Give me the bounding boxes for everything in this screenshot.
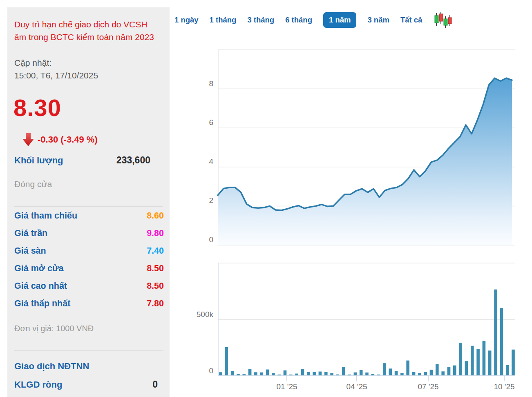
price-chart[interactable]: 02468	[170, 41, 532, 253]
stock-detail-widget: Duy trì hạn chế giao dịch do VCSH âm tro…	[0, 0, 532, 397]
x-axis-label: 10 '25	[494, 382, 514, 391]
x-axis-label: 04 '25	[346, 382, 367, 391]
price-level-label: Giá thấp nhất	[14, 299, 70, 309]
volume-bar	[336, 375, 340, 375]
volume-bar	[277, 375, 281, 375]
net-volume-row: KLGD ròng 0	[14, 379, 164, 390]
volume-bar	[436, 364, 439, 375]
price-level-value: 8.60	[147, 211, 164, 221]
volume-bar	[500, 308, 503, 375]
volume-bar	[225, 347, 228, 375]
price-level-row: Giá tham chiếu8.60	[14, 211, 164, 228]
volume-chart[interactable]: 500k001 '2504 '2507 '2510 '25	[170, 253, 532, 397]
price-level-label: Giá tham chiếu	[14, 211, 77, 221]
volume-bar	[260, 372, 263, 375]
volume-bar	[494, 290, 497, 375]
volume-bar	[248, 369, 252, 375]
price-level-row: Giá cao nhất8.50	[14, 281, 164, 299]
x-axis-label: 07 '25	[418, 382, 438, 391]
volume-bar	[395, 371, 398, 376]
volume-y-axis-label: 500k	[197, 310, 214, 319]
volume-bar	[418, 373, 421, 375]
price-level-value: 8.50	[147, 263, 164, 274]
volume-bar	[219, 372, 222, 375]
last-price: 8.30	[13, 94, 61, 121]
price-change-row: -0.30 (-3.49 %)	[22, 132, 98, 147]
price-change-value: -0.30 (-3.49 %)	[38, 134, 98, 145]
volume-bar	[412, 372, 416, 375]
volume-bar	[453, 366, 456, 375]
price-level-label: Giá cao nhất	[14, 281, 67, 291]
stock-info-sidebar: Duy trì hạn chế giao dịch do VCSH âm tro…	[7, 7, 170, 397]
price-level-row: Giá mở cửa8.50	[14, 263, 164, 281]
volume-row: Khối lượng 233,600	[14, 155, 164, 166]
volume-bar	[254, 372, 257, 375]
volume-bar	[266, 370, 269, 375]
price-y-axis-label: 2	[209, 196, 213, 205]
volume-bar	[319, 372, 322, 375]
volume-bar	[377, 375, 380, 375]
volume-bar	[400, 373, 404, 375]
price-y-axis-label: 8	[209, 79, 213, 88]
volume-bar	[284, 370, 287, 375]
volume-bar	[360, 370, 363, 375]
divider	[14, 206, 163, 207]
volume-bar	[354, 372, 357, 375]
volume-bar	[512, 350, 515, 375]
volume-bar	[237, 374, 240, 375]
price-area-fill	[218, 78, 512, 245]
volume-bar	[371, 374, 375, 375]
price-level-label: Giá trần	[14, 228, 47, 239]
net-volume-label: KLGD ròng	[14, 379, 62, 390]
foreign-trading-title-row: Giao dịch NĐTNN	[14, 361, 164, 372]
volume-bar	[424, 372, 427, 375]
divider	[14, 350, 163, 351]
price-level-row: Giá sàn7.40	[14, 246, 164, 263]
volume-bar	[506, 365, 509, 375]
price-down-arrow-icon	[22, 132, 34, 147]
candlestick-chart-icon[interactable]	[434, 11, 453, 29]
volume-bar	[295, 374, 298, 375]
price-y-axis-label: 0	[209, 235, 213, 244]
volume-value: 233,600	[116, 155, 150, 166]
volume-bar	[471, 346, 474, 375]
volume-bar	[465, 361, 468, 375]
volume-bar	[406, 361, 409, 375]
tab-1-ngày[interactable]: 1 ngày	[174, 16, 199, 25]
volume-bar	[313, 372, 316, 375]
update-timestamp: 15:00, T6, 17/10/2025	[14, 71, 98, 80]
volume-bar	[307, 372, 310, 375]
volume-label: Khối lượng	[14, 155, 63, 166]
price-unit-note: Đơn vị giá: 1000 VNĐ	[14, 324, 94, 333]
volume-bar	[289, 375, 293, 375]
net-volume-value: 0	[152, 379, 158, 390]
tab-1-tháng[interactable]: 1 tháng	[210, 16, 237, 25]
volume-bar	[447, 367, 451, 375]
volume-bar	[459, 343, 462, 375]
tab-6-tháng[interactable]: 6 tháng	[285, 16, 312, 25]
price-level-value: 7.40	[147, 246, 164, 256]
volume-bar	[441, 371, 445, 375]
tab-1-năm[interactable]: 1 năm	[323, 12, 356, 28]
x-axis-label: 01 '25	[276, 382, 297, 391]
price-y-axis-label: 4	[209, 157, 213, 166]
volume-bar	[272, 373, 275, 376]
volume-y-axis-label: 0	[209, 366, 213, 375]
volume-bar	[348, 375, 351, 375]
volume-bar	[483, 341, 486, 376]
price-level-label: Giá mở cửa	[14, 263, 64, 274]
volume-bar	[488, 350, 492, 375]
tab-3-năm[interactable]: 3 năm	[367, 16, 389, 25]
volume-bar	[301, 369, 304, 375]
tab-tất-cả[interactable]: Tất cả	[400, 16, 422, 25]
volume-bar	[389, 368, 392, 375]
volume-bar	[342, 367, 345, 375]
timeframe-tab-list: 1 ngày1 tháng3 tháng6 tháng1 năm3 nămTất…	[174, 12, 422, 28]
tab-3-tháng[interactable]: 3 tháng	[247, 16, 274, 25]
foreign-trading-title: Giao dịch NĐTNN	[14, 361, 89, 372]
update-label: Cập nhật:	[14, 58, 51, 68]
price-y-axis-label: 6	[209, 118, 213, 127]
price-level-value: 8.50	[147, 281, 164, 291]
price-level-value: 7.80	[147, 299, 164, 309]
volume-bar	[430, 370, 433, 375]
